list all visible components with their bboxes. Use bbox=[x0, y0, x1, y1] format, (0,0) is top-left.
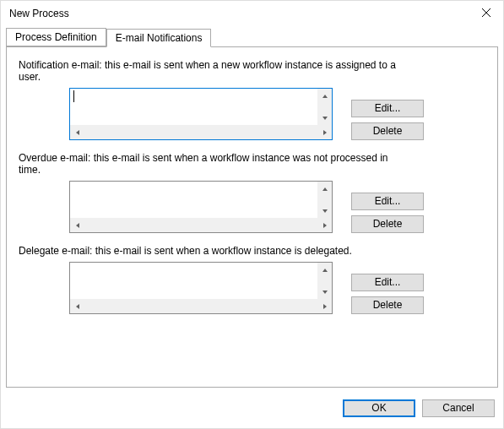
scroll-up-icon[interactable] bbox=[317, 263, 332, 277]
scroll-up-icon[interactable] bbox=[317, 182, 332, 196]
dialog-footer: OK Cancel bbox=[1, 393, 503, 428]
svg-marker-4 bbox=[76, 130, 79, 135]
ok-button[interactable]: OK bbox=[343, 399, 415, 417]
overdue-email-buttons: Edit... Delete bbox=[351, 181, 424, 238]
vertical-scrollbar[interactable] bbox=[317, 182, 332, 218]
scroll-right-icon[interactable] bbox=[317, 125, 332, 139]
delegate-email-textbox[interactable] bbox=[69, 262, 333, 314]
close-button[interactable] bbox=[469, 2, 503, 25]
svg-marker-7 bbox=[322, 209, 328, 213]
delegate-email-value[interactable] bbox=[70, 263, 317, 299]
scroll-right-icon[interactable] bbox=[317, 218, 332, 232]
horizontal-scrollbar[interactable] bbox=[70, 218, 332, 232]
scroll-up-icon[interactable] bbox=[317, 89, 332, 103]
scroll-left-icon[interactable] bbox=[70, 218, 84, 232]
delegate-delete-button[interactable]: Delete bbox=[351, 296, 424, 314]
horizontal-scrollbar[interactable] bbox=[70, 125, 332, 139]
tabstrip: Process Definition E-mail Notifications bbox=[1, 28, 503, 46]
scroll-right-icon[interactable] bbox=[317, 299, 332, 313]
delegate-edit-button[interactable]: Edit... bbox=[351, 274, 424, 291]
dialog-window: New Process Process Definition E-mail No… bbox=[0, 0, 504, 429]
scroll-down-icon[interactable] bbox=[317, 111, 332, 125]
svg-marker-12 bbox=[76, 304, 79, 309]
overdue-edit-button[interactable]: Edit... bbox=[351, 193, 424, 210]
svg-marker-13 bbox=[323, 304, 327, 309]
svg-marker-5 bbox=[323, 130, 327, 135]
svg-marker-2 bbox=[322, 95, 328, 98]
svg-marker-6 bbox=[322, 187, 328, 191]
notification-email-buttons: Edit... Delete bbox=[351, 88, 424, 145]
scroll-left-icon[interactable] bbox=[70, 299, 84, 313]
close-icon bbox=[482, 8, 490, 19]
horizontal-scrollbar[interactable] bbox=[70, 299, 332, 313]
svg-marker-11 bbox=[322, 291, 328, 294]
scroll-down-icon[interactable] bbox=[317, 204, 332, 218]
scroll-down-icon[interactable] bbox=[317, 285, 332, 299]
delegate-email-desc: Delegate e-mail: this e-mail is sent whe… bbox=[19, 245, 398, 257]
delegate-email-buttons: Edit... Delete bbox=[351, 262, 424, 319]
overdue-email-textbox[interactable] bbox=[69, 181, 333, 233]
tab-panel-email-notifications: Notification e-mail: this e-mail is sent… bbox=[6, 46, 498, 388]
overdue-delete-button[interactable]: Delete bbox=[351, 215, 424, 233]
overdue-email-value[interactable] bbox=[70, 182, 317, 218]
notification-email-textbox[interactable] bbox=[69, 88, 333, 140]
section-delegate-email: Delegate e-mail: this e-mail is sent whe… bbox=[19, 245, 485, 319]
svg-marker-3 bbox=[322, 117, 328, 120]
section-notification-email: Notification e-mail: this e-mail is sent… bbox=[19, 59, 485, 145]
tab-process-definition[interactable]: Process Definition bbox=[6, 28, 106, 46]
svg-marker-9 bbox=[323, 223, 327, 228]
window-title: New Process bbox=[9, 8, 69, 19]
overdue-email-desc: Overdue e-mail: this e-mail is sent when… bbox=[19, 152, 398, 176]
vertical-scrollbar[interactable] bbox=[317, 89, 332, 125]
svg-marker-10 bbox=[322, 269, 328, 272]
notification-email-desc: Notification e-mail: this e-mail is sent… bbox=[19, 59, 398, 83]
section-overdue-email: Overdue e-mail: this e-mail is sent when… bbox=[19, 152, 485, 238]
vertical-scrollbar[interactable] bbox=[317, 263, 332, 299]
svg-marker-8 bbox=[76, 223, 79, 228]
text-caret bbox=[73, 90, 74, 102]
cancel-button[interactable]: Cancel bbox=[422, 399, 495, 417]
notification-delete-button[interactable]: Delete bbox=[351, 122, 424, 140]
titlebar: New Process bbox=[1, 1, 503, 26]
notification-email-value[interactable] bbox=[70, 89, 317, 90]
notification-edit-button[interactable]: Edit... bbox=[351, 100, 424, 117]
tab-email-notifications[interactable]: E-mail Notifications bbox=[106, 29, 212, 47]
scroll-left-icon[interactable] bbox=[70, 125, 84, 139]
